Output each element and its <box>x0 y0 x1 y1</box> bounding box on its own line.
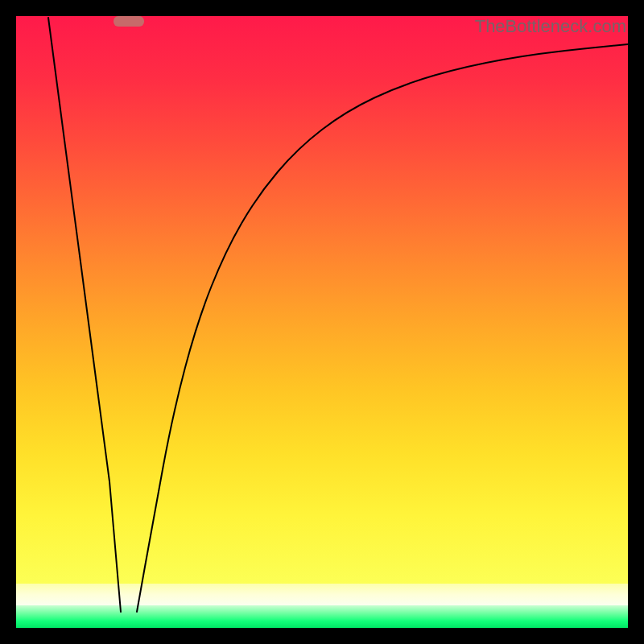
watermark-text: TheBottleneck.com <box>475 16 626 37</box>
gradient-pale <box>16 584 628 605</box>
optimum-marker <box>114 16 144 27</box>
gradient-green <box>16 605 628 628</box>
chart-frame <box>16 16 628 628</box>
gradient-main <box>16 16 628 584</box>
